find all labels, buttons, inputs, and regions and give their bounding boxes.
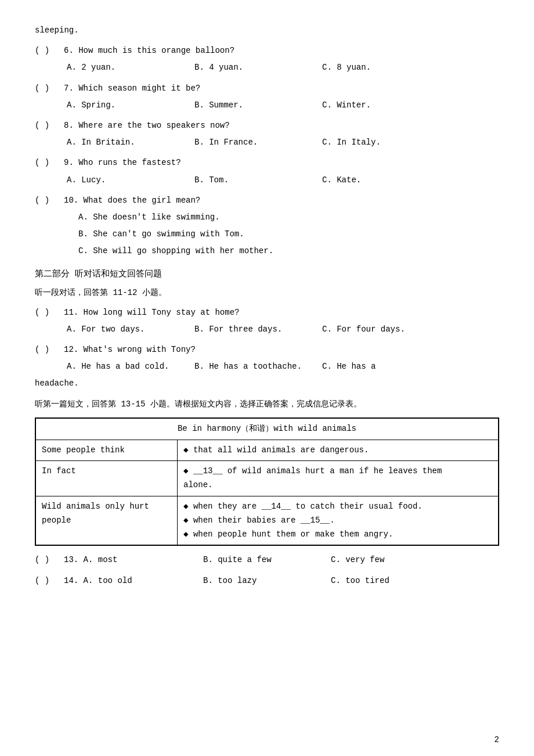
q11-text: 11. How long will Tony stay at home?	[64, 305, 239, 320]
passage-intro: 听第一篇短文，回答第 13-15 小题。请根据短文内容，选择正确答案，完成信息记…	[35, 397, 499, 412]
table-row3-col1-line1: Wild animals only hurt	[42, 500, 171, 514]
question-6: ( ) 6. How much is this orange balloon? …	[35, 44, 499, 75]
table-row3-col1: Wild animals only hurt people	[36, 496, 178, 545]
q14-optionB: B. too lazy	[203, 574, 331, 588]
q6-optionA: A. 2 yuan.	[67, 60, 194, 75]
question-14: ( ) 14. A. too old B. too lazy C. too ti…	[35, 574, 499, 588]
q12-optionA: A. He has a bad cold.	[67, 359, 194, 374]
table-row3-col1-line2: people	[42, 514, 171, 528]
table-header-row: Be in harmony（和谐）with wild animals	[36, 418, 499, 440]
q8-text: 8. Where are the two speakers now?	[64, 118, 230, 133]
q13-optionC: C. very few	[331, 553, 384, 567]
section2-subtitle: 听一段对话，回答第 11-12 小题。	[35, 286, 499, 300]
q7-optionA: A. Spring.	[67, 98, 194, 113]
q12-optionC: C. He has a	[322, 359, 450, 374]
table-row-1: Some people think ◆ that all wild animal…	[36, 440, 499, 461]
table-row2-col2-line2: alone.	[183, 478, 492, 492]
table-row2-col2-line1: ◆ __13__ of wild animals hurt a man if h…	[183, 465, 492, 478]
q7-optionC: C. Winter.	[322, 98, 450, 113]
q7-text: 7. Which season might it be?	[64, 81, 200, 96]
q6-text: 6. How much is this orange balloon?	[64, 44, 234, 58]
q8-optionB: B. In France.	[194, 135, 322, 150]
q11-optionA: A. For two days.	[67, 322, 194, 337]
question-8: ( ) 8. Where are the two speakers now? A…	[35, 118, 499, 150]
question-11: ( ) 11. How long will Tony stay at home?…	[35, 305, 499, 337]
q11-paren: ( )	[35, 305, 64, 320]
q6-optionC: C. 8 yuan.	[322, 60, 450, 75]
q7-paren: ( )	[35, 81, 64, 96]
table-row3-col2-line1: ◆ when they are __14__ to catch their us…	[183, 500, 492, 514]
table-row2-col1: In fact	[36, 461, 178, 496]
page-content: sleeping. ( ) 6. How much is this orange…	[35, 23, 499, 588]
q6-optionB: B. 4 yuan.	[194, 60, 322, 75]
page-number: 2	[495, 735, 499, 744]
intro-sleeping: sleeping.	[35, 23, 499, 38]
q8-optionA: A. In Britain.	[67, 135, 194, 150]
q14-paren: ( )	[35, 574, 64, 588]
table-row1-col1: Some people think	[36, 440, 178, 461]
q12-headache: headache.	[35, 376, 499, 391]
question-13: ( ) 13. A. most B. quite a few C. very f…	[35, 553, 499, 567]
question-9: ( ) 9. Who runs the fastest? A. Lucy. B.…	[35, 156, 499, 187]
q11-optionB: B. For three days.	[194, 322, 322, 337]
q13-text: 13. A. most	[64, 553, 203, 567]
table-row3-col2-line2: ◆ when their babies are __15__.	[183, 514, 492, 528]
question-10: ( ) 10. What does the girl mean? A. She …	[35, 193, 499, 259]
harmony-table: Be in harmony（和谐）with wild animals Some …	[35, 417, 499, 546]
q9-optionB: B. Tom.	[194, 173, 322, 188]
q14-optionC: C. too tired	[331, 574, 389, 588]
q7-optionB: B. Summer.	[194, 98, 322, 113]
question-12: ( ) 12. What's wrong with Tony? A. He ha…	[35, 343, 499, 391]
q10-optionC: C. She will go shopping with her mother.	[78, 244, 499, 258]
q13-optionB: B. quite a few	[203, 553, 331, 567]
q9-optionA: A. Lucy.	[67, 173, 194, 188]
table-row-3: Wild animals only hurt people ◆ when the…	[36, 496, 499, 545]
q9-paren: ( )	[35, 156, 64, 170]
q6-paren: ( )	[35, 44, 64, 58]
question-7: ( ) 7. Which season might it be? A. Spri…	[35, 81, 499, 113]
q12-text: 12. What's wrong with Tony?	[64, 343, 196, 357]
q12-optionB: B. He has a toothache.	[194, 359, 322, 374]
q10-optionB: B. She can't go swimming with Tom.	[78, 227, 499, 242]
table-row-2: In fact ◆ __13__ of wild animals hurt a …	[36, 461, 499, 496]
q10-optionA: A. She doesn't like swimming.	[78, 210, 499, 225]
q11-optionC: C. For four days.	[322, 322, 450, 337]
q10-paren: ( )	[35, 193, 64, 208]
q10-text: 10. What does the girl mean?	[64, 193, 200, 208]
table-row3-col2-line3: ◆ when people hunt them or make them ang…	[183, 528, 492, 542]
table-row2-col2: ◆ __13__ of wild animals hurt a man if h…	[178, 461, 499, 496]
table-row1-col2: ◆ that all wild animals are dangerous.	[178, 440, 499, 461]
q9-optionC: C. Kate.	[322, 173, 450, 188]
section2-title: 第二部分 听对话和短文回答问题	[35, 267, 499, 282]
q14-text: 14. A. too old	[64, 574, 203, 588]
q13-paren: ( )	[35, 553, 64, 567]
q8-paren: ( )	[35, 118, 64, 133]
table-row3-col2: ◆ when they are __14__ to catch their us…	[178, 496, 499, 545]
q12-paren: ( )	[35, 343, 64, 357]
table-header-cell: Be in harmony（和谐）with wild animals	[36, 418, 499, 440]
q8-optionC: C. In Italy.	[322, 135, 450, 150]
q9-text: 9. Who runs the fastest?	[64, 156, 181, 170]
